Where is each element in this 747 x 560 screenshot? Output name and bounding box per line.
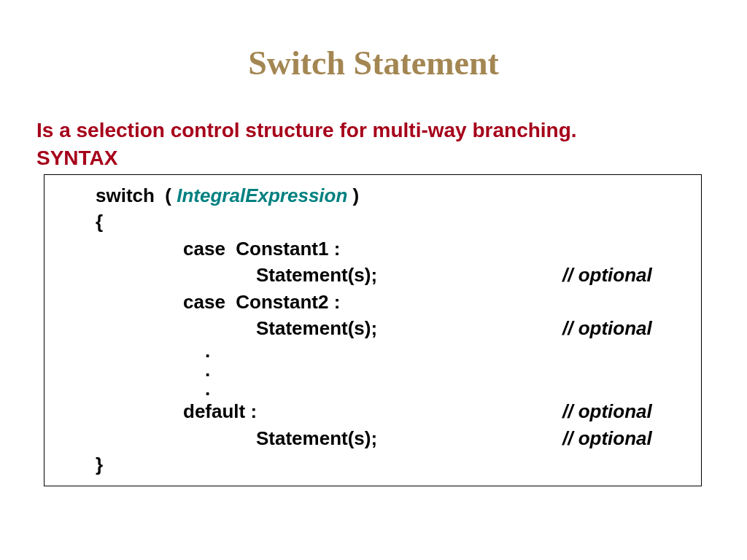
code-line-switch: switch ( IntegralExpression ) bbox=[44, 182, 701, 209]
code-line-case2: case Constant2 : bbox=[44, 289, 701, 315]
switch-keyword: switch ( bbox=[96, 184, 177, 206]
statement-text: Statement(s); bbox=[256, 262, 562, 288]
code-line-open-brace: { bbox=[44, 209, 701, 235]
code-line-stmt3: Statement(s);// optional bbox=[44, 425, 701, 451]
code-line-case1: case Constant1 : bbox=[44, 236, 701, 262]
optional-comment: // optional bbox=[562, 425, 652, 451]
code-line-dot1: . bbox=[44, 341, 701, 360]
switch-close-paren: ) bbox=[347, 184, 359, 206]
syntax-code-box: switch ( IntegralExpression ) { case Con… bbox=[44, 174, 702, 486]
code-line-dot3: . bbox=[44, 379, 701, 398]
code-line-close-brace: } bbox=[44, 451, 701, 478]
statement-text: Statement(s); bbox=[256, 315, 562, 341]
optional-comment: // optional bbox=[562, 262, 652, 288]
slide-title: Switch Statement bbox=[36, 44, 711, 82]
syntax-label: SYNTAX bbox=[36, 147, 711, 170]
statement-text: Statement(s); bbox=[256, 425, 562, 451]
optional-comment: // optional bbox=[562, 315, 652, 341]
code-line-stmt2: Statement(s);// optional bbox=[44, 315, 701, 341]
slide-subtitle: Is a selection control structure for mul… bbox=[36, 119, 711, 142]
code-line-default: default :// optional bbox=[44, 398, 701, 424]
optional-comment: // optional bbox=[562, 398, 652, 424]
code-line-stmt1: Statement(s);// optional bbox=[44, 262, 701, 288]
switch-expression: IntegralExpression bbox=[177, 184, 347, 206]
default-keyword: default : bbox=[183, 398, 562, 424]
code-line-dot2: . bbox=[44, 360, 701, 379]
